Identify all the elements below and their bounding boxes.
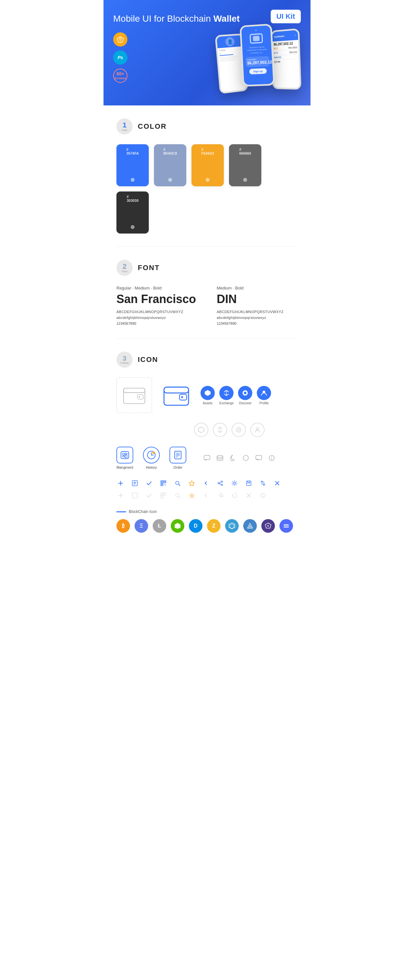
exchange-icon xyxy=(219,386,234,400)
font-din: Medium · Bold DIN ABCDEFGHIJKLMNOPQRSTUV… xyxy=(217,286,298,325)
svg-marker-87 xyxy=(230,524,234,528)
history-icon: ! xyxy=(143,447,160,463)
neo-icon xyxy=(171,519,184,533)
refresh-icon-faded xyxy=(230,491,239,500)
back-icon-faded xyxy=(202,491,210,500)
sf-nums: 1234567890 xyxy=(116,321,197,325)
profile-icon xyxy=(257,386,271,400)
btc-icon: ₿ xyxy=(116,519,130,533)
icon-section: 3 THREE ICON xyxy=(104,339,310,546)
svg-point-17 xyxy=(236,428,241,432)
svg-rect-72 xyxy=(132,493,137,498)
svg-rect-3 xyxy=(124,388,145,393)
qr-icon-faded xyxy=(159,491,167,500)
ui-kit-badge: UI Kit xyxy=(271,10,301,23)
number-2: 2 xyxy=(123,263,126,270)
icon-assets-outline xyxy=(194,423,208,437)
svg-rect-55 xyxy=(165,485,166,485)
svg-line-62 xyxy=(219,482,221,483)
svg-rect-4 xyxy=(137,395,143,399)
svg-point-76 xyxy=(176,493,179,497)
svg-rect-54 xyxy=(164,484,165,485)
svg-point-83 xyxy=(263,494,263,495)
hero-section: Mobile UI for Blockchain Wallet UI Kit P… xyxy=(104,0,310,105)
discover-label: Discover xyxy=(239,401,252,405)
svg-rect-52 xyxy=(164,481,165,482)
svg-point-19 xyxy=(256,428,259,430)
icon-profile-outline xyxy=(250,423,264,437)
eth-icon: Ξ xyxy=(135,519,148,533)
svg-rect-73 xyxy=(161,493,163,495)
icon-section-header: 3 THREE ICON xyxy=(116,352,298,368)
din-name: DIN xyxy=(217,293,298,306)
wallet-wireframe xyxy=(116,377,152,413)
icon-discover: Discover xyxy=(238,386,252,405)
edit-icon xyxy=(131,479,139,487)
svg-point-41 xyxy=(271,457,272,457)
box-icon xyxy=(245,479,253,487)
assets-label: Assets xyxy=(203,401,212,405)
back-icon xyxy=(202,479,210,487)
svg-point-18 xyxy=(238,429,240,431)
check-icon xyxy=(145,479,153,487)
discover-outline-icon xyxy=(232,423,246,437)
svg-rect-21 xyxy=(123,453,124,455)
close-icon xyxy=(273,479,282,487)
circle-icon xyxy=(241,453,250,463)
swatch-gray: #666666 xyxy=(229,144,261,186)
font-content: Regular · Medium · Bold San Francisco AB… xyxy=(116,286,298,325)
blockchain-label: BlockChain Icon xyxy=(116,509,298,514)
icon-profile: Profile xyxy=(257,386,271,405)
profile-outline-icon xyxy=(250,423,264,437)
swatch-grayblue: #8DA0C8 xyxy=(154,144,186,186)
dot-2 xyxy=(168,178,172,182)
band-icon xyxy=(279,519,293,533)
poly-icon xyxy=(261,519,275,533)
settings-icon xyxy=(230,479,239,487)
svg-point-61 xyxy=(221,484,223,485)
screens-badge: 60+ Screens xyxy=(113,68,127,83)
color-section-header: 1 ONE COLOR xyxy=(116,118,298,135)
wallet-filled xyxy=(158,377,194,413)
din-style: Medium · Bold xyxy=(217,286,298,290)
svg-rect-9 xyxy=(164,387,189,393)
svg-point-37 xyxy=(243,455,248,461)
waves-icon xyxy=(243,519,257,533)
management-label: Mangment xyxy=(116,465,133,469)
star-icon-faded xyxy=(188,491,196,500)
svg-point-5 xyxy=(139,396,140,398)
svg-point-11 xyxy=(181,396,183,398)
svg-point-89 xyxy=(267,525,269,527)
svg-point-64 xyxy=(234,482,236,484)
dot-1 xyxy=(131,178,135,182)
ps-badge: Ps xyxy=(113,51,127,65)
din-nums: 1234567890 xyxy=(217,321,298,325)
history-icon-item: ! History xyxy=(143,447,160,469)
utility-icons-faded xyxy=(116,491,298,500)
sf-name: San Francisco xyxy=(116,293,197,306)
cross-icon-faded xyxy=(245,491,253,500)
sf-style: Regular · Medium · Bold xyxy=(116,286,197,290)
svg-point-56 xyxy=(176,481,179,485)
swatch-dark: #303030 xyxy=(116,191,149,234)
dot-5 xyxy=(131,225,135,229)
svg-rect-22 xyxy=(123,456,124,457)
icon-assets: Assets xyxy=(201,386,215,405)
hero-title-normal: Mobile UI for Blockchain xyxy=(113,14,213,24)
svg-rect-30 xyxy=(175,451,181,459)
svg-line-57 xyxy=(178,484,180,486)
exchange-label: Exchange xyxy=(219,401,234,405)
hex-2: #8DA0C8 xyxy=(163,148,177,155)
order-icon xyxy=(169,447,186,463)
sub-2: TWO xyxy=(122,270,128,273)
check-icon-faded xyxy=(145,491,153,500)
swatch-orange: #F5A623 xyxy=(191,144,224,186)
zcash-icon: Z xyxy=(207,519,221,533)
font-section-header: 2 TWO FONT xyxy=(116,260,298,276)
share-icon xyxy=(216,479,225,487)
star-icon xyxy=(188,479,196,487)
order-label: Order xyxy=(174,465,182,469)
svg-rect-75 xyxy=(161,496,163,498)
din-lower: abcdefghijklmnopqrstuvwxyz xyxy=(217,316,298,320)
font-section: 2 TWO FONT Regular · Medium · Bold San F… xyxy=(104,247,310,338)
